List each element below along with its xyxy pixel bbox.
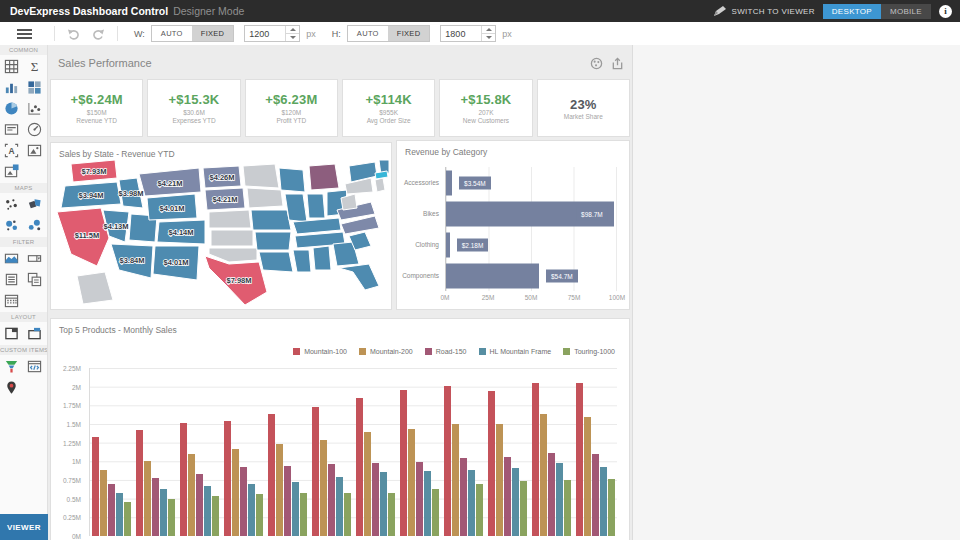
kpi-value: 23% bbox=[570, 97, 597, 112]
desktop-button[interactable]: DESKTOP bbox=[823, 4, 881, 19]
sidebar-item-range-filter[interactable] bbox=[0, 248, 23, 269]
revenue-by-category-card[interactable]: Revenue by Category AccessoriesBikesClot… bbox=[396, 140, 630, 310]
legend-item[interactable]: HL Mountain Frame bbox=[479, 348, 552, 355]
bar bbox=[160, 489, 167, 536]
sidebar-item-bubble-map[interactable] bbox=[23, 215, 46, 236]
bar bbox=[180, 423, 187, 536]
bar bbox=[548, 453, 555, 536]
sidebar-item-tab-container[interactable] bbox=[23, 323, 46, 344]
width-spin-down[interactable] bbox=[286, 33, 299, 41]
sidebar-item-chart[interactable] bbox=[0, 77, 23, 98]
sidebar-item-pivot[interactable]: Σ bbox=[23, 56, 46, 77]
sidebar-item-webpage[interactable] bbox=[23, 356, 46, 377]
menu-button[interactable] bbox=[0, 22, 48, 45]
height-label: H: bbox=[332, 29, 341, 39]
y-axis-tick: 1.5M bbox=[67, 421, 81, 428]
sidebar-item-cards[interactable] bbox=[0, 119, 23, 140]
viewer-button[interactable]: VIEWER bbox=[0, 514, 48, 540]
section-maps: MAPS bbox=[0, 183, 47, 193]
bar bbox=[576, 383, 583, 536]
bar bbox=[152, 478, 159, 536]
legend-item[interactable]: Mountain-100 bbox=[293, 348, 347, 355]
map-card[interactable]: Sales by State - Revenue YTD bbox=[50, 142, 392, 310]
legend-item[interactable]: Touring-1000 bbox=[563, 348, 615, 355]
sidebar-item-online-map[interactable] bbox=[0, 377, 23, 398]
switch-to-viewer-button[interactable]: SWITCH TO VIEWER bbox=[713, 5, 815, 17]
width-spin-up[interactable] bbox=[286, 26, 299, 33]
height-spin-down[interactable] bbox=[482, 33, 495, 41]
bar bbox=[232, 449, 239, 536]
map-value-NV: $4.13M bbox=[103, 222, 128, 231]
width-label: W: bbox=[134, 29, 145, 39]
export-icon[interactable] bbox=[611, 57, 624, 70]
height-spin-up[interactable] bbox=[482, 26, 495, 33]
bar bbox=[400, 390, 407, 536]
sidebar-item-tree-view[interactable] bbox=[23, 269, 46, 290]
kpi-card-expenses-ytd[interactable]: +$15.3K$30.6MExpenses YTD bbox=[147, 79, 240, 137]
svg-text:A: A bbox=[8, 146, 14, 156]
us-choropleth-map[interactable]: $7.93M $3.94M $11.5M $3.98M $4.13M $4.14… bbox=[53, 160, 389, 306]
kpi-card-avg-order-size[interactable]: +$114K$955KAvg Order Size bbox=[342, 79, 435, 137]
kpi-label: New Customers bbox=[463, 117, 509, 124]
kpi-card-profit-ytd[interactable]: +$6.23M$120MProfit YTD bbox=[245, 79, 338, 137]
map-value-OR: $3.94M bbox=[78, 191, 103, 200]
y-axis-tick: 0M bbox=[72, 533, 81, 540]
kpi-subvalue: $30.6M bbox=[183, 109, 205, 116]
bar bbox=[556, 463, 563, 536]
sidebar-item-geo-point-map[interactable] bbox=[0, 194, 23, 215]
kpi-card-revenue-ytd[interactable]: +$6.24M$150MRevenue YTD bbox=[50, 79, 143, 137]
x-axis-tick: 75M bbox=[568, 294, 581, 301]
map-value-CO: $4.14M bbox=[168, 228, 193, 237]
sidebar-item-list-box[interactable] bbox=[0, 269, 23, 290]
chart-legend: Mountain-100Mountain-200Road-150HL Mount… bbox=[293, 348, 615, 355]
bar bbox=[444, 386, 451, 536]
bar bbox=[496, 424, 503, 536]
palette-icon[interactable] bbox=[590, 57, 603, 70]
sidebar-item-bound-image[interactable] bbox=[0, 161, 23, 182]
bar-group bbox=[90, 368, 134, 536]
height-input[interactable] bbox=[441, 26, 481, 41]
width-auto-button[interactable]: AUTO bbox=[152, 26, 192, 41]
app-title: DevExpress Dashboard Control bbox=[10, 5, 168, 17]
kpi-card-new-customers[interactable]: +$15.8K207KNew Customers bbox=[439, 79, 532, 137]
sidebar-item-group[interactable] bbox=[0, 323, 23, 344]
kpi-subvalue: $150M bbox=[87, 109, 107, 116]
bar-group bbox=[266, 368, 310, 536]
sidebar-item-pie-map[interactable] bbox=[0, 215, 23, 236]
mobile-button[interactable]: MOBILE bbox=[881, 4, 931, 19]
height-mode-toggle: AUTO FIXED bbox=[347, 25, 431, 42]
sidebar-item-choropleth-map[interactable] bbox=[23, 194, 46, 215]
sidebar-item-text-box[interactable]: A bbox=[0, 140, 23, 161]
sidebar-item-funnel-chart[interactable] bbox=[0, 356, 23, 377]
width-fixed-button[interactable]: FIXED bbox=[192, 26, 234, 41]
bar bbox=[168, 499, 175, 536]
legend-item[interactable]: Mountain-200 bbox=[359, 348, 413, 355]
sidebar-item-treemap[interactable] bbox=[23, 77, 46, 98]
sidebar-item-grid[interactable] bbox=[0, 56, 23, 77]
sidebar-item-image[interactable] bbox=[23, 140, 46, 161]
map-value-TX: $7.98M bbox=[226, 276, 251, 285]
height-auto-button[interactable]: AUTO bbox=[348, 26, 388, 41]
width-input[interactable] bbox=[245, 26, 285, 41]
width-px-label: px bbox=[306, 29, 316, 39]
sidebar-item-scatter-chart[interactable] bbox=[23, 98, 46, 119]
kpi-label: Avg Order Size bbox=[367, 117, 411, 124]
undo-button[interactable] bbox=[67, 28, 80, 40]
sidebar-item-pies[interactable] bbox=[0, 98, 23, 119]
kpi-label: Revenue YTD bbox=[76, 117, 117, 124]
height-fixed-button[interactable]: FIXED bbox=[388, 26, 430, 41]
kpi-card-market-share[interactable]: 23%Market Share bbox=[537, 79, 630, 137]
legend-item[interactable]: Road-150 bbox=[425, 348, 467, 355]
redo-button[interactable] bbox=[92, 28, 105, 40]
top5-bar-plot bbox=[89, 368, 617, 536]
sidebar-item-combo-box[interactable] bbox=[23, 248, 46, 269]
legend-label: Road-150 bbox=[436, 348, 467, 355]
sidebar-item-date-filter[interactable] bbox=[0, 290, 23, 311]
top5-products-card[interactable]: Top 5 Products - Monthly Sales Mountain-… bbox=[50, 318, 630, 540]
bar bbox=[372, 463, 379, 536]
items-sidebar: COMMON Σ A MAPS FILTER bbox=[0, 45, 48, 540]
kpi-subvalue: $120M bbox=[281, 109, 301, 116]
sidebar-item-gauges[interactable] bbox=[23, 119, 46, 140]
bar-group bbox=[178, 368, 222, 536]
info-icon[interactable]: i bbox=[939, 5, 952, 18]
